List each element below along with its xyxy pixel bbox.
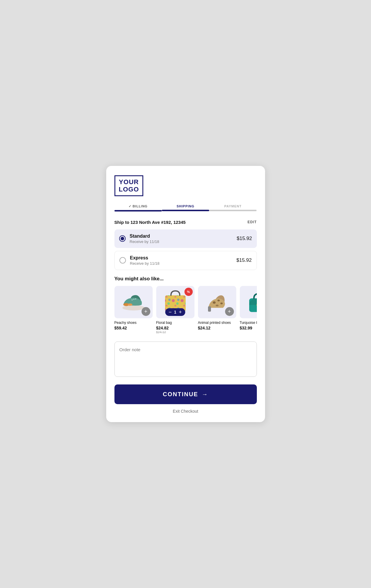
edit-address-button[interactable]: EDIT <box>247 220 257 224</box>
order-note-input[interactable] <box>114 342 257 377</box>
floral-bag-price: $24.82 <box>156 326 194 330</box>
shipping-standard-date: Receive by 11/18 <box>130 239 159 244</box>
qty-value-floral-bag: 1 <box>174 310 177 314</box>
step-billing[interactable]: ✓ Billing <box>114 204 162 211</box>
qty-increase-floral-bag[interactable]: + <box>179 309 182 315</box>
step-billing-bar <box>114 210 162 211</box>
logo-line2: LOGO <box>119 186 139 193</box>
peachy-shoes-name: Peachy shoes <box>114 321 153 325</box>
continue-button[interactable]: CONTINUE → <box>114 384 257 404</box>
radio-express <box>119 257 126 264</box>
ship-to-row: Ship to 123 North Ave #192, 12345 EDIT <box>114 220 257 225</box>
svg-point-2 <box>128 304 132 306</box>
continue-arrow-icon: → <box>202 391 208 398</box>
animal-shoes-price: $24.12 <box>198 326 236 330</box>
peachy-shoes-price: $59.42 <box>114 326 153 330</box>
shipping-option-standard[interactable]: Standard Receive by 11/18 $15.92 <box>114 229 257 248</box>
shipping-express-price: $15.92 <box>237 257 252 263</box>
turquoise-bag-name: Turquoise bag <box>240 321 257 325</box>
step-payment-bar <box>209 210 257 211</box>
upsell-title: You might also like... <box>114 276 257 282</box>
floral-bag-name: Floral bag <box>156 321 194 325</box>
svg-point-3 <box>132 299 133 301</box>
floral-bag-orig-price: $24.12 <box>156 330 194 334</box>
logo-line1: YOUR <box>119 179 139 186</box>
step-payment-label: Payment <box>209 204 257 208</box>
shipping-standard-price: $15.92 <box>237 236 252 241</box>
step-payment[interactable]: Payment <box>209 204 257 211</box>
svg-point-14 <box>217 300 220 302</box>
shipping-express-date: Receive by 11/18 <box>130 261 159 266</box>
svg-point-15 <box>220 303 223 304</box>
qty-control-floral-bag: − 1 + <box>165 308 185 316</box>
step-billing-label: ✓ Billing <box>114 204 162 208</box>
svg-rect-17 <box>208 307 211 312</box>
svg-point-4 <box>133 299 134 300</box>
svg-point-13 <box>213 302 216 304</box>
upsell-item-floral-bag: % − 1 + Floral bag $24.82 $24.12 <box>156 286 194 334</box>
shipping-express-name: Express <box>130 255 159 261</box>
upsell-item-turquoise-bag: + Turquoise bag $32.99 <box>240 286 257 334</box>
logo: YOUR LOGO <box>114 175 144 196</box>
radio-standard <box>119 235 126 242</box>
turquoise-bag-image <box>246 289 257 314</box>
turquoise-bag-price: $32.99 <box>240 326 257 330</box>
add-peachy-shoes-button[interactable]: + <box>142 307 150 316</box>
shipping-option-express[interactable]: Express Receive by 11/18 $15.92 <box>114 251 257 270</box>
upsell-item-animal-shoes: + Animal printed shoes $24.12 <box>198 286 236 334</box>
animal-shoes-name: Animal printed shoes <box>198 321 236 325</box>
add-animal-shoes-button[interactable]: + <box>225 307 234 316</box>
discount-badge-floral-bag: % <box>184 288 193 296</box>
svg-point-5 <box>135 299 136 300</box>
qty-decrease-floral-bag[interactable]: − <box>169 309 172 315</box>
step-shipping-label: Shipping <box>162 204 209 208</box>
step-shipping-bar <box>162 210 209 211</box>
step-shipping[interactable]: Shipping <box>162 204 209 211</box>
shipping-standard-name: Standard <box>130 234 159 239</box>
upsell-item-peachy-shoes: + Peachy shoes $59.42 <box>114 286 153 334</box>
checkout-card: YOUR LOGO ✓ Billing Shipping Payment Shi <box>106 166 265 422</box>
exit-checkout-button[interactable]: Exit Checkout <box>114 409 257 414</box>
checkout-steps: ✓ Billing Shipping Payment <box>114 204 257 211</box>
svg-point-16 <box>216 305 219 307</box>
upsell-products: + Peachy shoes $59.42 <box>114 286 257 336</box>
continue-button-label: CONTINUE <box>163 391 198 398</box>
ship-to-text: Ship to 123 North Ave #192, 12345 <box>114 220 186 225</box>
